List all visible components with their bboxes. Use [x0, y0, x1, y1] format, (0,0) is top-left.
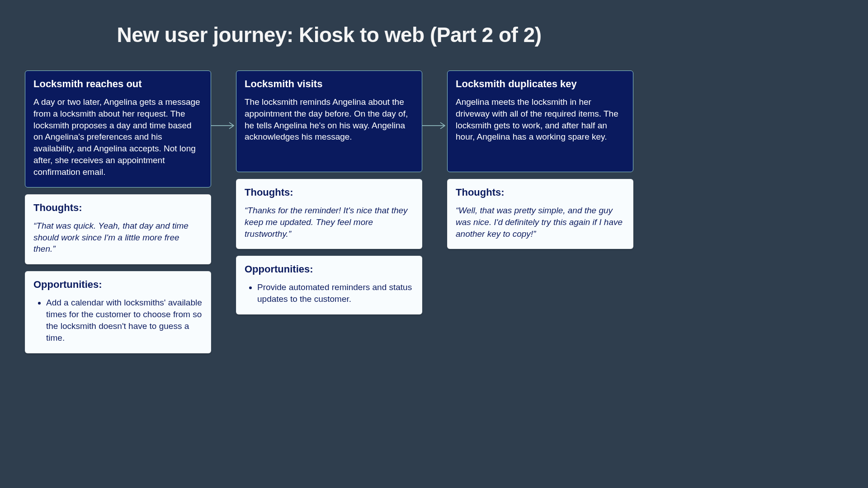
journey-columns: Locksmith reaches out A day or two later…: [25, 70, 633, 353]
stage-title: Locksmith reaches out: [33, 78, 203, 90]
stage-card-1: Locksmith reaches out A day or two later…: [25, 70, 211, 188]
page-title: New user journey: Kiosk to web (Part 2 o…: [25, 23, 633, 47]
thoughts-card-3: Thoughts: “Well, that was pretty simple,…: [447, 179, 633, 249]
journey-column-3: Locksmith duplicates key Angelina meets …: [447, 70, 633, 249]
opportunities-list: Add a calendar with locksmiths' availabl…: [33, 297, 203, 343]
thoughts-card-1: Thoughts: “That was quick. Yeah, that da…: [25, 194, 211, 264]
opportunity-item: Add a calendar with locksmiths' availabl…: [46, 297, 203, 343]
thoughts-quote: “Well, that was pretty simple, and the g…: [456, 205, 625, 239]
opportunities-list: Provide automated reminders and status u…: [245, 282, 414, 305]
opportunity-item: Provide automated reminders and status u…: [257, 282, 414, 305]
opportunities-card-2: Opportunities: Provide automated reminde…: [236, 256, 422, 314]
stage-card-3: Locksmith duplicates key Angelina meets …: [447, 70, 633, 172]
thoughts-card-2: Thoughts: “Thanks for the reminder! It's…: [236, 179, 422, 249]
thoughts-quote: “That was quick. Yeah, that day and time…: [33, 220, 203, 255]
stage-title: Locksmith duplicates key: [456, 78, 625, 90]
stage-body: The locksmith reminds Angelina about the…: [245, 96, 414, 143]
thoughts-quote: “Thanks for the reminder! It's nice that…: [245, 205, 414, 239]
stage-body: A day or two later, Angelina gets a mess…: [33, 96, 203, 178]
journey-column-2: Locksmith visits The locksmith reminds A…: [236, 70, 422, 314]
slide: New user journey: Kiosk to web (Part 2 o…: [0, 0, 658, 369]
stage-card-2: Locksmith visits The locksmith reminds A…: [236, 70, 422, 172]
thoughts-heading: Thoughts:: [33, 202, 203, 214]
opportunities-heading: Opportunities:: [245, 263, 414, 275]
stage-body: Angelina meets the locksmith in her driv…: [456, 96, 625, 143]
thoughts-heading: Thoughts:: [245, 187, 414, 198]
opportunities-heading: Opportunities:: [33, 279, 203, 291]
arrow-icon: [211, 121, 236, 130]
thoughts-heading: Thoughts:: [456, 187, 625, 198]
opportunities-card-1: Opportunities: Add a calendar with locks…: [25, 271, 211, 353]
stage-title: Locksmith visits: [245, 78, 414, 90]
arrow-icon: [422, 121, 447, 130]
journey-column-1: Locksmith reaches out A day or two later…: [25, 70, 211, 353]
